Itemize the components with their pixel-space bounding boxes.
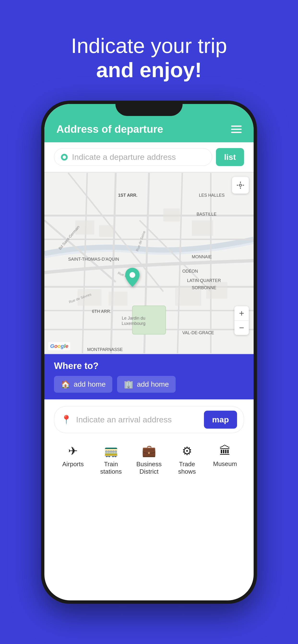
museum-icon: 🏛 [219, 444, 231, 457]
categories-row: ✈ Airports 🚃 Trainstations 💼 BusinessDis… [54, 440, 244, 479]
departure-dot-icon [61, 154, 68, 160]
svg-rect-14 [163, 208, 180, 222]
hero-line1: Indicate your trip [0, 34, 298, 58]
add-work-label: add home [137, 380, 169, 388]
where-to-section: Where to? 🏠 add home 🏢 add home [44, 354, 254, 400]
svg-text:SAINT-THOMAS-D'AQUIN: SAINT-THOMAS-D'AQUIN [68, 257, 119, 262]
svg-rect-17 [109, 292, 128, 306]
header-title: Address of departure [56, 123, 163, 135]
trade-shows-label: Tradeshows [178, 460, 196, 475]
svg-text:BASTILLE: BASTILLE [197, 212, 216, 216]
zoom-out-button[interactable]: − [234, 320, 249, 335]
location-button[interactable] [232, 177, 249, 194]
business-icon: 💼 [142, 444, 156, 458]
map-button[interactable]: map [204, 411, 237, 428]
svg-point-38 [239, 184, 242, 186]
business-district-label: BusinessDistrict [136, 460, 162, 475]
svg-text:MONTPARNASSE: MONTPARNASSE [87, 347, 123, 352]
svg-text:MONNAIE: MONNAIE [192, 254, 212, 259]
airplane-icon: ✈ [68, 444, 78, 458]
museum-label: Museum [213, 460, 237, 468]
hero-line2: and enjoy! [0, 58, 298, 82]
svg-text:1ST ARR.: 1ST ARR. [118, 193, 137, 198]
departure-search-bar: Indicate a departure address list [44, 142, 254, 172]
arrival-pin-icon: 📍 [61, 415, 72, 425]
phone-container: Address of departure Indicate a departur… [41, 100, 257, 618]
svg-rect-13 [99, 225, 113, 237]
svg-text:ODÉON: ODÉON [182, 269, 198, 274]
home-icon: 🏠 [61, 380, 70, 389]
phone-notch [115, 100, 183, 116]
phone-screen: Address of departure Indicate a departur… [44, 104, 254, 600]
google-logo: Google [48, 342, 70, 350]
zoom-controls: + − [234, 306, 249, 335]
quick-buttons: 🏠 add home 🏢 add home [54, 376, 244, 393]
zoom-in-button[interactable]: + [234, 306, 249, 320]
svg-rect-19 [206, 282, 227, 298]
svg-text:LES HALLES: LES HALLES [199, 193, 225, 198]
svg-text:6TH ARR.: 6TH ARR. [92, 309, 111, 314]
train-icon: 🚃 [104, 444, 118, 458]
arrival-input-wrapper[interactable]: 📍 Indicate an arrival address map [54, 406, 244, 433]
svg-text:Le Jardin du: Le Jardin du [122, 316, 145, 320]
category-airports[interactable]: ✈ Airports [54, 440, 92, 479]
svg-text:LATIN QUARTER: LATIN QUARTER [187, 278, 221, 283]
svg-point-37 [129, 272, 135, 278]
building-icon: 🏢 [124, 380, 133, 389]
list-button[interactable]: list [216, 148, 244, 166]
map-svg: 1ST ARR. LES HALLES BASTILLE SAINT-THOMA… [44, 172, 254, 354]
add-home-button[interactable]: 🏠 add home [54, 376, 112, 393]
svg-text:Luxembourg: Luxembourg [122, 321, 145, 326]
category-business-district[interactable]: 💼 BusinessDistrict [130, 440, 168, 479]
svg-rect-15 [192, 220, 213, 236]
category-museum[interactable]: 🏛 Museum [206, 440, 244, 479]
airports-label: Airports [62, 460, 84, 468]
category-train-stations[interactable]: 🚃 Trainstations [92, 440, 130, 479]
where-to-title: Where to? [54, 361, 244, 371]
phone-frame: Address of departure Indicate a departur… [41, 100, 257, 604]
add-home-label: add home [74, 380, 106, 388]
hamburger-menu-icon[interactable] [231, 126, 242, 133]
svg-text:SORBONNE: SORBONNE [192, 285, 216, 290]
trade-icon: ⚙ [182, 444, 192, 458]
add-work-button[interactable]: 🏢 add home [117, 376, 175, 393]
category-trade-shows[interactable]: ⚙ Tradeshows [168, 440, 206, 479]
train-stations-label: Trainstations [100, 460, 122, 475]
svg-text:VAL-DE-GRACE: VAL-DE-GRACE [182, 330, 214, 335]
departure-input-wrapper[interactable]: Indicate a departure address [54, 148, 212, 166]
hero-section: Indicate your trip and enjoy! [0, 0, 298, 82]
arrival-placeholder: Indicate an arrival address [76, 415, 200, 424]
map-area: 1ST ARR. LES HALLES BASTILLE SAINT-THOMA… [44, 172, 254, 354]
departure-placeholder: Indicate a departure address [72, 152, 205, 162]
arrival-section: 📍 Indicate an arrival address map ✈ Airp… [44, 400, 254, 486]
